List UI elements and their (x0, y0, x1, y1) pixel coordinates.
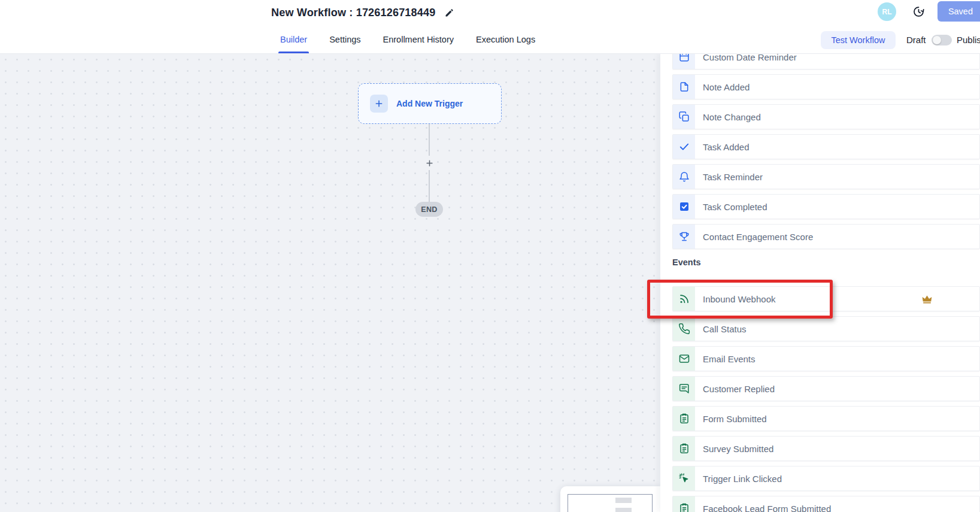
tab-enrollment-history[interactable]: Enrollment History (383, 26, 454, 53)
trigger-item-label: Survey Submitted (703, 444, 773, 454)
check-square-icon (673, 195, 695, 219)
cursor-click-icon (673, 466, 695, 490)
tab-bar: Builder Settings Enrollment History Exec… (0, 26, 980, 54)
tab-execution-logs[interactable]: Execution Logs (476, 26, 535, 53)
trigger-item-facebook-lead-form-submitted[interactable]: Facebook Lead Form Submitted (672, 496, 980, 512)
trigger-item-label: Note Added (703, 82, 750, 92)
trigger-item-label: Email Events (703, 354, 756, 364)
trigger-item-label: Task Reminder (703, 172, 763, 182)
crown-icon (921, 293, 933, 305)
tab-builder[interactable]: Builder (280, 26, 307, 53)
trigger-item-task-added[interactable]: Task Added (672, 134, 980, 159)
trigger-item-label: Call Status (703, 324, 747, 334)
trigger-item-label: Customer Replied (703, 384, 775, 394)
trigger-item-email-events[interactable]: Email Events (672, 346, 980, 371)
trigger-item-label: Form Submitted (703, 414, 767, 424)
trigger-item-label: Trigger Link Clicked (703, 474, 782, 484)
add-new-trigger-button[interactable]: Add New Trigger (358, 83, 502, 124)
trigger-item-custom-date-reminder[interactable]: Custom Date Reminder (672, 54, 980, 69)
page-title: New Workflow : 1726126718449 (271, 7, 435, 19)
tabs: Builder Settings Enrollment History Exec… (280, 26, 535, 53)
trophy-icon (673, 225, 695, 249)
minimap-viewport (568, 494, 653, 512)
trigger-item-label: Task Added (703, 142, 750, 152)
clipboard-icon (673, 407, 695, 431)
workflow-canvas[interactable]: Add New Trigger END (0, 54, 660, 512)
saved-button[interactable]: Saved (937, 1, 980, 22)
bell-icon (673, 165, 695, 189)
trigger-item-task-completed[interactable]: Task Completed (672, 194, 980, 219)
add-step-button[interactable] (422, 156, 436, 170)
history-icon[interactable] (912, 5, 926, 19)
trigger-item-label: Task Completed (703, 202, 767, 212)
trigger-item-contact-engagement-score[interactable]: Contact Engagement Score (672, 224, 980, 249)
plus-icon (370, 95, 388, 113)
webhook-icon (673, 287, 695, 311)
publish-label: Publish (957, 26, 980, 53)
trigger-item-label: Custom Date Reminder (703, 54, 797, 62)
edit-title-icon[interactable] (444, 8, 454, 18)
header: New Workflow : 1726126718449 RL Saved (0, 0, 980, 26)
trigger-item-trigger-link-clicked[interactable]: Trigger Link Clicked (672, 466, 980, 491)
add-new-trigger-label: Add New Trigger (396, 99, 463, 108)
trigger-item-inbound-webhook[interactable]: Inbound Webhook (672, 286, 980, 311)
trigger-item-note-added[interactable]: Note Added (672, 74, 980, 99)
sidebar-section-heading: Events (672, 257, 980, 267)
publish-toggle[interactable] (932, 35, 952, 46)
trigger-item-note-changed[interactable]: Note Changed (672, 104, 980, 129)
trigger-item-customer-replied[interactable]: Customer Replied (672, 376, 980, 401)
avatar[interactable]: RL (878, 2, 896, 21)
tab-settings[interactable]: Settings (329, 26, 360, 53)
minimap-node (615, 498, 632, 503)
minimap[interactable] (560, 486, 660, 512)
check-icon (673, 135, 695, 159)
trigger-item-survey-submitted[interactable]: Survey Submitted (672, 436, 980, 461)
trigger-item-call-status[interactable]: Call Status (672, 316, 980, 341)
workflow-title-wrap: New Workflow : 1726126718449 (271, 0, 454, 26)
clipboard-icon (673, 496, 695, 512)
note-icon (673, 75, 695, 99)
trigger-item-label: Facebook Lead Form Submitted (703, 504, 831, 512)
note-copy-icon (673, 105, 695, 129)
chat-icon (673, 377, 695, 401)
phone-icon (673, 317, 695, 341)
trigger-item-form-submitted[interactable]: Form Submitted (672, 406, 980, 431)
minimap-node (615, 508, 632, 512)
trigger-item-label: Contact Engagement Score (703, 232, 813, 242)
trigger-list: Custom Date ReminderNote AddedNote Chang… (672, 54, 980, 512)
toggle-knob (933, 36, 941, 44)
trigger-sidebar: Custom Date ReminderNote AddedNote Chang… (660, 54, 980, 512)
trigger-item-label: Note Changed (703, 112, 761, 122)
draft-label: Draft (906, 26, 926, 53)
trigger-item-task-reminder[interactable]: Task Reminder (672, 164, 980, 189)
trigger-item-label: Inbound Webhook (703, 294, 776, 304)
test-workflow-button[interactable]: Test Workflow (821, 31, 896, 49)
end-node: END (415, 202, 443, 217)
mail-icon (673, 347, 695, 371)
calendar-icon (673, 54, 695, 69)
clipboard-icon (673, 437, 695, 461)
